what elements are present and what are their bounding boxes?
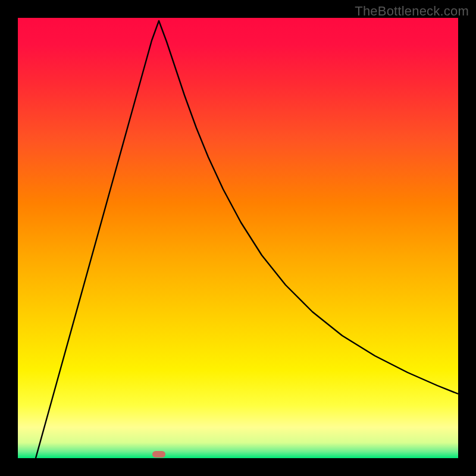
chart-frame: TheBottleneck.com: [0, 0, 476, 476]
bottleneck-curve: [18, 18, 458, 458]
optimal-marker: [152, 451, 165, 458]
plot-area: [18, 18, 458, 458]
watermark-text: TheBottleneck.com: [355, 4, 469, 19]
